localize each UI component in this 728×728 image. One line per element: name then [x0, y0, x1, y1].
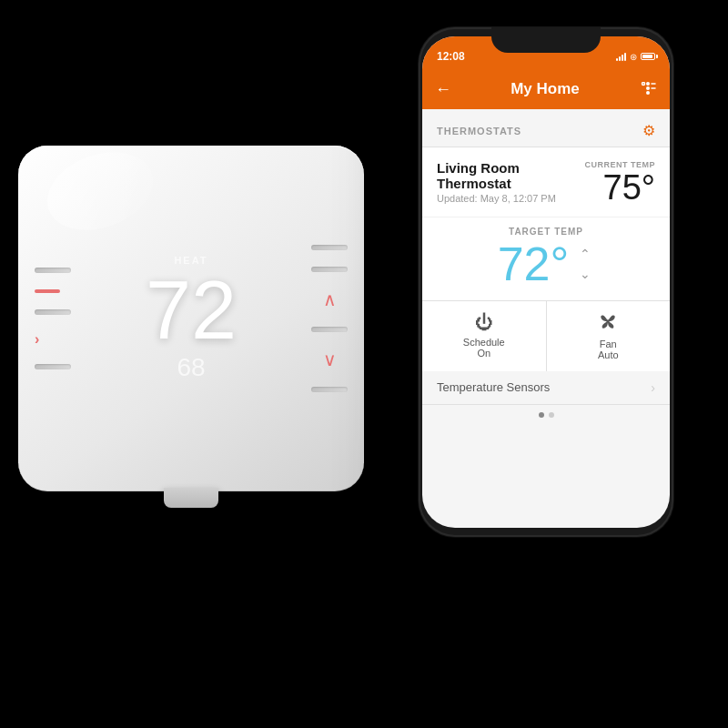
- target-temp-label: TARGET TEMP: [509, 227, 583, 237]
- phone: 12:08 ⊛ ← My Home: [419, 27, 673, 537]
- left-bar-1: [35, 268, 71, 273]
- dot-2: [549, 412, 554, 418]
- temp-down-arrow[interactable]: ⌄: [576, 265, 594, 283]
- thermostat-card-top: Living Room Thermostat Updated: May 8, 1…: [422, 147, 670, 217]
- signal-bars: [616, 52, 626, 61]
- down-chevron[interactable]: ∨: [323, 349, 337, 370]
- gear-icon[interactable]: ⚙: [642, 122, 655, 139]
- left-dash: [35, 289, 60, 293]
- sensors-label: Temperature Sensors: [437, 380, 550, 394]
- schedule-control[interactable]: ⏻ Schedule On: [422, 301, 547, 371]
- battery-fill: [642, 55, 652, 58]
- menu-button[interactable]: [639, 80, 657, 99]
- right-bar-3: [311, 327, 348, 332]
- target-temp-arrows: ⌃ ⌄: [576, 245, 594, 283]
- thermostat-updated: Updated: May 8, 12:07 PM: [437, 193, 585, 204]
- left-bar-3: [35, 364, 71, 369]
- current-temp-block: CURRENT TEMP 75°: [585, 160, 656, 207]
- fan-label: Fan: [600, 339, 617, 349]
- target-temp-section: TARGET TEMP 72° ⌃ ⌄: [422, 217, 670, 300]
- sensors-row[interactable]: Temperature Sensors ›: [422, 371, 670, 404]
- left-buttons: ›: [35, 268, 71, 369]
- phone-screen: 12:08 ⊛ ← My Home: [422, 36, 670, 528]
- dots-indicator: [422, 405, 670, 425]
- up-chevron[interactable]: ∧: [323, 288, 337, 310]
- svg-point-0: [646, 82, 650, 86]
- svg-point-1: [646, 86, 650, 90]
- schedule-value: On: [477, 348, 490, 359]
- controls-row: ⏻ Schedule On: [422, 300, 670, 371]
- signal-bar-1: [616, 58, 618, 61]
- signal-bar-4: [624, 53, 626, 61]
- sensors-chevron-icon: ›: [651, 380, 655, 395]
- status-time: 12:08: [437, 50, 465, 63]
- thermostats-label: THERMOSTATS: [437, 126, 521, 136]
- left-arrow[interactable]: ›: [35, 331, 71, 348]
- svg-point-3: [642, 82, 644, 85]
- right-bar-2: [311, 267, 348, 272]
- device-display: HEAT 72 68: [146, 255, 237, 382]
- battery-icon: [641, 53, 655, 60]
- schedule-icon: ⏻: [475, 312, 493, 333]
- temp-up-arrow[interactable]: ⌃: [576, 245, 594, 263]
- wifi-icon: ⊛: [630, 52, 637, 62]
- status-icons: ⊛: [616, 52, 655, 62]
- device-setpoint: 68: [146, 353, 237, 382]
- right-buttons: ∧ ∨: [311, 245, 348, 392]
- thermostat-device: › HEAT 72 68 ∧ ∨: [18, 146, 364, 491]
- device-current-temp: 72: [146, 269, 237, 351]
- scene: › HEAT 72 68 ∧ ∨ 12:08: [0, 0, 728, 728]
- phone-notch: [491, 27, 601, 53]
- device-glare: [36, 138, 164, 244]
- target-temp-value: 72°: [498, 240, 570, 288]
- fan-control[interactable]: Fan Auto: [547, 301, 671, 371]
- back-button[interactable]: ←: [435, 80, 451, 99]
- device-stand: [164, 488, 218, 508]
- svg-point-4: [607, 319, 610, 322]
- right-bar-4: [311, 387, 348, 392]
- signal-bar-3: [622, 55, 623, 61]
- thermostat-info: Living Room Thermostat Updated: May 8, 1…: [437, 160, 585, 204]
- chevron-up-icon: ⌃: [580, 247, 591, 261]
- app-header: ← My Home: [422, 69, 670, 109]
- right-bar-1: [311, 245, 348, 250]
- target-temp-row: 72° ⌃ ⌄: [498, 240, 595, 288]
- header-title: My Home: [511, 80, 580, 98]
- signal-bar-2: [619, 56, 621, 61]
- left-bar-2: [35, 309, 71, 315]
- chevron-down-icon: ⌄: [580, 267, 591, 281]
- section-header: THERMOSTATS ⚙: [422, 109, 670, 147]
- svg-point-2: [646, 91, 650, 95]
- fan-icon: [599, 312, 617, 335]
- thermostat-card: Living Room Thermostat Updated: May 8, 1…: [422, 147, 670, 405]
- current-temp-value: 75°: [585, 169, 656, 207]
- schedule-label: Schedule: [463, 337, 505, 348]
- thermostat-name: Living Room Thermostat: [437, 160, 585, 191]
- fan-value: Auto: [598, 349, 619, 360]
- dot-1: [539, 412, 544, 418]
